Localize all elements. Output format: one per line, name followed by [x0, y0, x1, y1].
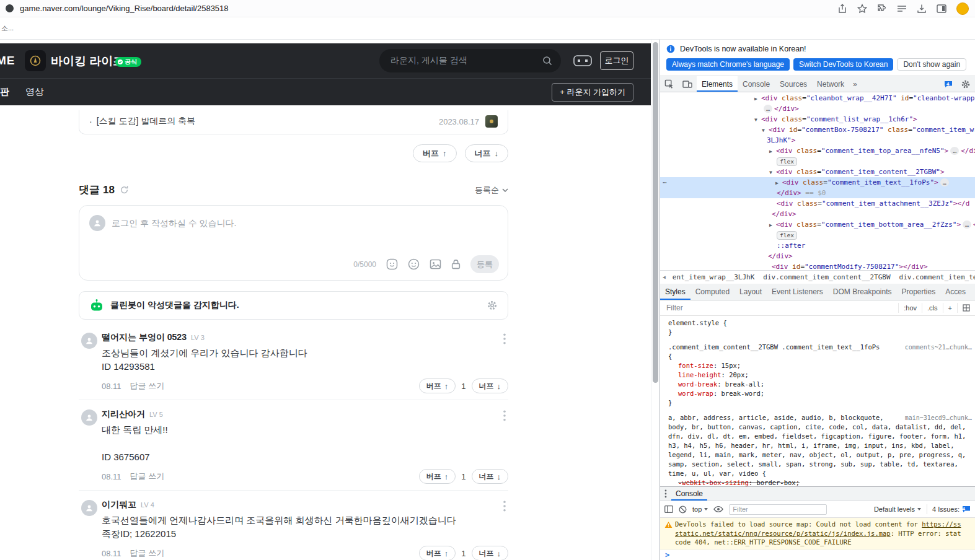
sidebar-tab-dom-breakpoints[interactable]: DOM Breakpoints [828, 284, 897, 300]
sidebar-tab-event-listeners[interactable]: Event Listeners [767, 284, 828, 300]
tree-node[interactable]: flex [660, 156, 975, 167]
tree-node[interactable]: <div id="commentModify-7508217"></div> [660, 261, 975, 270]
style-rule-line[interactable]: -webkit-box-sizing: border-box; [660, 478, 975, 486]
expand-arrow-icon[interactable]: ▼ [769, 167, 776, 177]
flex-badge[interactable]: flex [777, 157, 797, 166]
split-screen-icon[interactable] [937, 4, 946, 13]
reply-button[interactable]: 답글 쓰기 [130, 471, 165, 482]
grid-icon[interactable] [957, 303, 975, 313]
crumb-scroll-icon[interactable]: ◀ [660, 274, 668, 280]
comment-buff-button[interactable]: 버프↑ [419, 469, 456, 484]
sidebar-tab-acces[interactable]: Acces [940, 284, 971, 300]
lock-icon[interactable] [451, 259, 461, 269]
style-rule-line[interactable]: } [660, 398, 975, 408]
tree-node[interactable]: …</div> [660, 103, 975, 114]
inspect-icon[interactable] [660, 76, 678, 92]
style-rule-line[interactable]: word-break: break-all; [660, 380, 975, 389]
gear-icon[interactable] [487, 300, 498, 311]
address-bar[interactable]: game.naver.com/lounge/Viking_Rise/board/… [20, 4, 229, 13]
node-actions-icon[interactable]: ⋯ [663, 177, 666, 188]
clear-console-icon[interactable] [679, 505, 687, 514]
style-rule-line[interactable]: element.style { [660, 318, 975, 328]
style-rule-line[interactable]: dfn, div, dl, dt, em, embed, fieldset, f… [660, 432, 975, 441]
gamepad-icon[interactable] [573, 53, 592, 68]
bookmark-star-icon[interactable] [857, 4, 867, 14]
reply-button[interactable]: 답글 쓰기 [130, 548, 165, 559]
console-warning[interactable]: DevTools failed to load source map: Coul… [660, 518, 975, 549]
breadcrumb-item[interactable]: div.comment_item_text__1f [895, 273, 975, 281]
comment-nerf-button[interactable]: 너프↓ [472, 378, 509, 393]
style-rule-line[interactable]: } [660, 328, 975, 337]
search-input[interactable]: 라운지, 게시물 검색 [379, 49, 561, 72]
tree-node[interactable]: ⋯▶<div class="comment_item_text__1foPs">… [660, 177, 975, 188]
style-rule-line[interactable]: line-height: 20px; [660, 370, 975, 380]
tree-node[interactable]: 3LJhK"> [660, 135, 975, 146]
tree-node[interactable]: flex [660, 230, 975, 240]
tree-node[interactable]: ▶<div class="cleanbot_wrap__42H7I" id="c… [660, 93, 975, 103]
tree-node[interactable]: ▼<div class="comment_item_content__2TGBW… [660, 167, 975, 177]
breadcrumb-item[interactable]: ent_item_wrap__3LJhK [668, 273, 759, 281]
comment-menu-button[interactable] [503, 333, 506, 344]
tree-node[interactable]: ▼<div id="commentBox-7508217" class="com… [660, 125, 975, 135]
console-filter-input[interactable]: Filter [729, 504, 827, 515]
style-rule-line[interactable]: body, br, button, canvas, caption, cite,… [660, 422, 975, 432]
devtools-tab-network[interactable]: Network [812, 76, 849, 92]
hover-toggle[interactable]: :hov [898, 303, 922, 313]
style-rule-line[interactable]: .comment_item_content__2TGBW .comment_it… [660, 343, 975, 352]
expand-arrow-icon[interactable]: ▶ [769, 146, 776, 156]
style-rule-line[interactable]: legend, li, main, mark, meter, nav, obje… [660, 450, 975, 460]
refresh-icon[interactable] [120, 185, 129, 195]
join-lounge-button[interactable]: + 라운지 가입하기 [552, 83, 633, 102]
post-link[interactable]: [스킬 도감] 발데르의 축복 [97, 116, 195, 127]
nav-tab-video[interactable]: 영상 [25, 86, 44, 98]
comment-editor[interactable]: 로그인 후 작성하실 수 있습니다. 0/5000 등록 [79, 205, 508, 281]
comment-author[interactable]: 지리산아거 [102, 409, 145, 420]
style-rule-line[interactable]: word-wrap: break-word; [660, 389, 975, 398]
scrollbar-thumb[interactable] [653, 42, 658, 383]
comment-author[interactable]: 이기뭐꼬 [102, 499, 136, 510]
new-rule-button[interactable]: + [943, 303, 957, 313]
drawer-tab-console[interactable]: Console [671, 487, 707, 501]
sidebar-tab-styles[interactable]: Styles [660, 284, 690, 300]
sidebar-tab-layout[interactable]: Layout [735, 284, 767, 300]
sort-dropdown[interactable]: 등록순 [475, 185, 508, 196]
dont-show-again-button[interactable]: Don't show again [897, 58, 966, 71]
style-rule-line[interactable]: h3, h4, h5, h6, header, hr, html, i, ifr… [660, 441, 975, 450]
settings-icon[interactable] [956, 76, 975, 92]
bookmark-item[interactable]: 소... [1, 24, 14, 33]
tree-node[interactable]: ▼<div class="comment_list_wrap__1ch6r"> [660, 114, 975, 125]
nav-tab-board[interactable]: 판 [0, 86, 9, 98]
lounge-title[interactable]: 바이킹 라이즈 [51, 53, 125, 69]
reading-list-icon[interactable] [897, 4, 907, 13]
stylesheet-link[interactable]: main~31ecd9…chunk… [902, 413, 972, 422]
lounge-emblem-icon[interactable] [25, 50, 46, 71]
comment-menu-button[interactable] [503, 501, 506, 512]
emoticon-icon[interactable] [408, 258, 420, 270]
download-icon[interactable] [917, 4, 927, 14]
class-toggle[interactable]: .cls [922, 303, 943, 313]
issues-icon[interactable]: 4 [940, 81, 956, 88]
device-toolbar-icon[interactable] [678, 76, 697, 92]
comment-buff-button[interactable]: 버프↑ [419, 546, 456, 560]
styles-filter-input[interactable]: Filter [660, 304, 898, 312]
comment-buff-button[interactable]: 버프↑ [419, 378, 456, 393]
related-post-row[interactable]: · [스킬 도감] 발데르의 축복 2023.08.17 [79, 110, 508, 134]
comment-nerf-button[interactable]: 너프↓ [472, 469, 509, 484]
eye-icon[interactable] [713, 506, 723, 512]
breadcrumb-item[interactable]: div.comment_item_content__2TGBW [759, 273, 894, 281]
tree-node[interactable]: </div> [660, 209, 975, 219]
photo-icon[interactable] [430, 259, 441, 269]
share-icon[interactable] [837, 4, 847, 14]
devtools-tab-console[interactable]: Console [738, 76, 775, 92]
match-language-button[interactable]: Always match Chrome's language [666, 58, 790, 71]
tree-node[interactable]: </div> [660, 251, 975, 261]
more-tabs-icon[interactable]: » [849, 80, 861, 89]
sticker-icon[interactable] [386, 258, 398, 270]
game-logo[interactable]: ME [0, 54, 17, 68]
flex-badge[interactable]: flex [777, 231, 797, 240]
style-rule-line[interactable]: time, u, ul, var, video { [660, 469, 975, 478]
buff-button[interactable]: 버프↑ [413, 144, 457, 162]
context-selector[interactable]: top [692, 505, 708, 513]
expand-arrow-icon[interactable]: ▼ [762, 125, 769, 135]
tree-node[interactable]: <div class="comment_item_attachment__3ZE… [660, 198, 975, 209]
